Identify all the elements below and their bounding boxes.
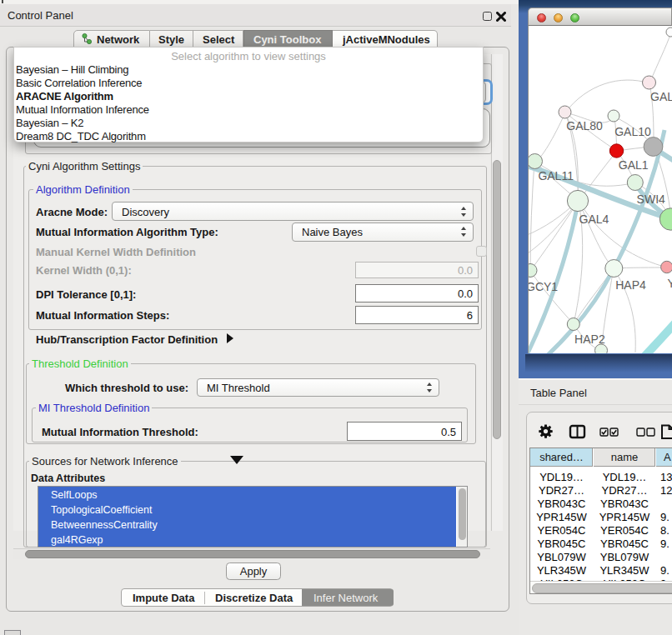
svg-text:GAL1: GAL1 <box>619 158 649 172</box>
svg-text:GCY1: GCY1 <box>529 280 558 293</box>
svg-text:GAL80: GAL80 <box>566 119 603 132</box>
svg-text:SWI4: SWI4 <box>637 192 665 206</box>
svg-text:HAP2: HAP2 <box>574 332 605 346</box>
svg-text:GAL11: GAL11 <box>538 169 574 182</box>
svg-text:GAL7: GAL7 <box>650 90 672 103</box>
svg-text:GAL10: GAL10 <box>614 125 651 138</box>
svg-text:GAL4: GAL4 <box>579 212 609 226</box>
svg-text:HAP4: HAP4 <box>615 278 646 292</box>
svg-text:Y: Y <box>668 277 672 290</box>
